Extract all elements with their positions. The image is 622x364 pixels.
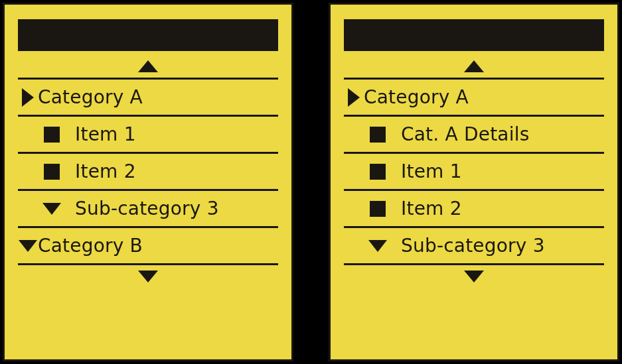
tree-category-a[interactable]: Category A [18,80,278,115]
tree-item-label: Item 2 [401,198,462,219]
tree-panel-right: Category A Cat. A Details Item 1 [329,3,619,361]
triangle-right-icon [22,88,34,107]
tree-category-b[interactable]: Category B [18,228,278,263]
square-icon [370,164,386,180]
tree-item-label: Item 2 [75,160,136,182]
triangle-down-icon [19,240,37,252]
triangle-up-icon [464,60,484,72]
triangle-down-icon [368,240,387,252]
tree-item[interactable]: Item 1 [18,117,278,152]
tree-subcategory[interactable]: Sub-category 3 [344,228,604,263]
tree-category-label: Category A [38,86,143,108]
tree-subcategory[interactable]: Sub-category 3 [18,191,278,226]
tree-subcategory-label: Sub-category 3 [75,198,219,219]
square-icon [44,127,60,143]
tree-category-label: Category A [364,86,469,108]
tree-item[interactable]: Item 2 [344,191,604,226]
tree-item-label: Item 1 [401,160,462,182]
triangle-up-icon [138,60,158,72]
tree-item[interactable]: Item 2 [18,154,278,189]
tree-panel-left: Category A Item 1 Item 2 [3,3,293,361]
square-icon [370,127,386,143]
scroll-up-button[interactable] [344,55,604,78]
triangle-down-icon [42,203,61,215]
square-icon [370,201,386,217]
diagram-stage: Category A Item 1 Item 2 [0,0,622,364]
tree-item[interactable]: Cat. A Details [344,117,604,152]
scroll-down-button[interactable] [18,265,278,288]
square-icon [44,164,60,180]
tree-item-label: Item 1 [75,123,136,145]
panel-header-bar [344,19,604,51]
scroll-up-button[interactable] [18,55,278,78]
panel-header-bar [18,19,278,51]
tree-item-label: Cat. A Details [401,123,529,145]
tree-subcategory-label: Sub-category 3 [401,235,545,257]
triangle-down-icon [464,271,484,282]
triangle-down-icon [138,271,158,282]
tree-category-label: Category B [38,235,143,257]
tree-item[interactable]: Item 1 [344,154,604,189]
scroll-down-button[interactable] [344,265,604,288]
triangle-right-icon [348,88,360,107]
tree-category-a[interactable]: Category A [344,80,604,115]
